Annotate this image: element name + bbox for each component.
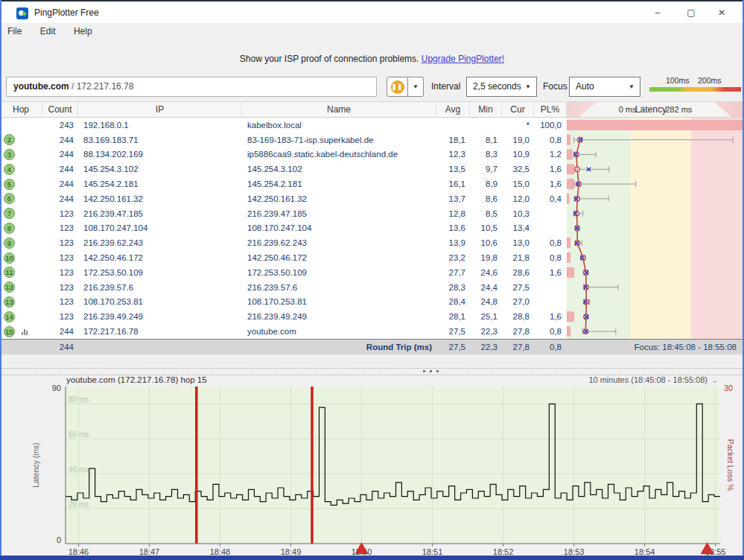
avg-cell: 16,1 — [436, 179, 470, 188]
target-ip: 172.217.16.78 — [77, 81, 134, 92]
ip-cell: 108.170.247.104 — [78, 223, 242, 232]
gridline-label: 40 ms — [69, 465, 89, 474]
menu-help[interactable]: Help — [66, 23, 100, 39]
avg-cell: 27,7 — [436, 268, 470, 277]
pause-dropdown-button[interactable]: ▼ — [408, 77, 424, 97]
upgrade-link[interactable]: Upgrade PingPlotter! — [422, 54, 504, 64]
avg-marker — [575, 167, 579, 171]
hop-number-badge: 5 — [4, 179, 15, 190]
pause-button[interactable]: ❚❚ — [387, 77, 408, 97]
latency-scale-max: 282 ms — [665, 105, 692, 114]
interval-select[interactable]: 2,5 seconds ▼ — [466, 77, 537, 97]
hop-cell: 8 — [0, 223, 42, 234]
gridline-label: 80 ms — [69, 395, 89, 404]
title-bar: PingPlotter Free – ▢ ✕ — [0, 1, 744, 23]
avg-cell: 28,4 — [436, 297, 470, 306]
col-header-ip[interactable]: IP — [78, 102, 242, 117]
count-cell: 244 — [42, 194, 78, 203]
col-header-cur[interactable]: Cur — [502, 102, 534, 117]
avg-cell: 23,2 — [436, 253, 470, 262]
window-title: PingPlotter Free — [34, 7, 99, 18]
x-tick-label: 18:49 — [281, 547, 302, 556]
panel-splitter[interactable] — [0, 368, 744, 375]
avg-marker — [581, 255, 585, 260]
col-header-min[interactable]: Min — [470, 102, 502, 117]
focus-select[interactable]: Auto ▼ — [569, 77, 640, 97]
count-cell: 244 — [42, 150, 78, 159]
latency-band-bad — [691, 118, 743, 339]
col-header-pl[interactable]: PL% — [534, 102, 567, 117]
pl-cell: 0,8 — [534, 327, 567, 336]
packet-loss-bar — [567, 165, 574, 174]
name-cell: 108.170.247.104 — [242, 223, 436, 232]
pause-button-group: ❚❚ ▼ — [387, 77, 424, 97]
x-tick-label: 18:53 — [564, 547, 585, 556]
legend-200ms-label: 200ms — [698, 76, 722, 85]
pl-cell: 1,6 — [534, 165, 567, 174]
menu-edit[interactable]: Edit — [33, 23, 63, 39]
menu-file[interactable]: File — [0, 23, 29, 39]
graphed-hop-icon — [22, 328, 28, 335]
summary-pl: 0,8 — [534, 343, 567, 351]
range-chevron-icon[interactable]: ⌄ — [711, 376, 718, 384]
maximize-button[interactable]: ▢ — [678, 4, 704, 21]
minimize-button[interactable]: – — [645, 4, 670, 21]
pl-cell: 0,8 — [534, 238, 567, 247]
min-cell: 22,3 — [470, 327, 502, 336]
name-cell: 216.239.62.243 — [242, 238, 436, 247]
min-cell: 10,6 — [470, 238, 502, 247]
count-cell: 244 — [42, 327, 78, 336]
packet-loss-bar — [567, 327, 570, 337]
timeline-graph[interactable]: 80 ms60 ms40 ms20 ms90030Latency (ms)Pac… — [0, 376, 744, 556]
target-address-box[interactable]: youtube.com / 172.217.16.78 — [6, 77, 377, 97]
focus-range-label: Focus: 18:45:08 - 18:55:08 — [567, 343, 744, 351]
pl-cell: 1,2 — [534, 150, 567, 159]
cur-cell: 32,5 — [502, 165, 534, 174]
cur-cell: 21,8 — [502, 253, 534, 262]
col-header-count[interactable]: Count — [42, 102, 78, 117]
min-cell: 8,6 — [470, 194, 502, 203]
ip-cell: 145.254.3.102 — [78, 165, 242, 174]
window-border-left — [0, 0, 1, 560]
latency-mini-graph — [567, 118, 743, 339]
cur-cell: 28,6 — [502, 268, 534, 277]
min-cell: 8,5 — [470, 209, 502, 218]
hop-cell: 2 — [0, 134, 42, 145]
pl-cell: 1,6 — [534, 268, 567, 277]
col-header-avg[interactable]: Avg — [436, 102, 470, 117]
time-range-label: 10 minutes (18:45:08 - 18:55:08) — [588, 376, 708, 384]
count-cell: 123 — [42, 238, 78, 247]
col-header-name[interactable]: Name — [242, 102, 436, 117]
window-border-top — [0, 0, 744, 1]
hop-cell: 13 — [0, 296, 42, 308]
name-cell: 142.250.161.32 — [242, 194, 436, 203]
x-tick-label: 18:51 — [422, 547, 443, 556]
ip-cell: 83.169.183.71 — [78, 136, 242, 144]
count-cell: 243 — [42, 121, 78, 130]
close-button[interactable]: ✕ — [709, 4, 734, 21]
splitter-grip-icon[interactable] — [423, 370, 443, 372]
count-cell: 123 — [42, 312, 78, 321]
hop-cell: 4 — [0, 164, 42, 175]
col-header-hop[interactable]: Hop — [0, 102, 42, 117]
avg-cell: 18,1 — [436, 136, 470, 144]
ip-cell: 142.250.161.32 — [78, 194, 242, 203]
name-cell: ip5886caa9.static.kabel-deutschland.de — [242, 150, 436, 159]
hop-number-badge: 8 — [4, 223, 15, 234]
x-tick-label: 18:47 — [139, 547, 160, 556]
count-cell: 244 — [42, 165, 78, 174]
min-cell: 8,9 — [470, 179, 502, 188]
packet-loss-bar — [567, 253, 570, 263]
min-cell: 24,8 — [470, 297, 502, 306]
ip-cell: 216.239.57.6 — [78, 283, 242, 292]
hop-cell: 11 — [0, 267, 42, 278]
round-trip-summary-row[interactable]: 244 Round Trip (ms) 27,5 22,3 27,8 0,8 F… — [0, 339, 744, 354]
packet-loss-bar — [567, 267, 574, 277]
hop-cell: 14 — [0, 311, 42, 322]
y-axis-min-label: 0 — [57, 535, 61, 544]
x-tick-label: 18:52 — [493, 547, 514, 556]
window-border-bottom — [0, 556, 744, 560]
gridline-label: 20 ms — [69, 500, 89, 509]
hop-number-badge: 6 — [4, 193, 15, 204]
name-cell: youtube.com — [242, 327, 436, 336]
